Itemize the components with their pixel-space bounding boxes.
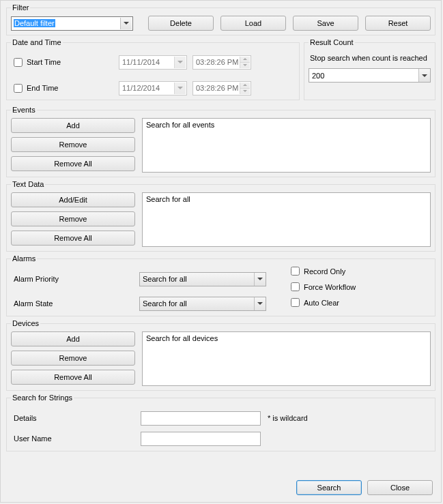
textdata-list-text: Search for all: [146, 195, 190, 203]
reset-button[interactable]: Reset: [365, 16, 431, 31]
wildcard-hint: * is wildcard: [268, 414, 308, 422]
datetime-legend: Date and Time: [11, 38, 63, 46]
end-time-label: End Time: [27, 84, 119, 92]
datetime-group: Date and Time Start Time 11/11/2014 03:2…: [6, 38, 300, 100]
events-add-button[interactable]: Add: [11, 118, 135, 133]
dialog-window: Filter Default filter Delete Load Save R…: [0, 0, 442, 503]
events-remove-all-button[interactable]: Remove All: [11, 156, 135, 171]
textdata-remove-all-button[interactable]: Remove All: [11, 231, 135, 246]
force-workflow-label: Force Workflow: [304, 283, 356, 291]
textdata-list[interactable]: Search for all: [142, 192, 431, 247]
details-label: Details: [11, 414, 141, 422]
username-label: User Name: [11, 434, 141, 443]
events-remove-button[interactable]: Remove: [11, 137, 135, 152]
start-time-label: Start Time: [27, 58, 119, 66]
alarm-state-select[interactable]: [139, 297, 266, 311]
result-count-legend: Result Count: [309, 38, 355, 46]
start-date-value: 11/11/2014: [122, 58, 160, 66]
details-input[interactable]: [141, 411, 261, 426]
filter-legend: Filter: [11, 3, 30, 12]
strings-group: Search for Strings Details * is wildcard…: [6, 394, 435, 451]
filter-group: Filter Default filter Delete Load Save R…: [6, 3, 435, 35]
delete-button[interactable]: Delete: [148, 16, 214, 31]
devices-remove-button[interactable]: Remove: [11, 351, 135, 366]
strings-legend: Search for Strings: [11, 394, 74, 402]
search-button[interactable]: Search: [296, 480, 362, 495]
events-list[interactable]: Search for all events: [142, 118, 431, 173]
devices-list-text: Search for all devices: [146, 334, 218, 342]
chevron-down-icon: [174, 57, 186, 68]
filter-select[interactable]: Default filter: [11, 16, 133, 31]
result-count-select[interactable]: [309, 68, 431, 83]
start-time-checkbox[interactable]: [14, 58, 23, 67]
textdata-remove-button[interactable]: Remove: [11, 211, 135, 226]
chevron-down-icon: [174, 83, 186, 94]
devices-group: Devices Add Remove Remove All Search for…: [6, 319, 435, 391]
start-time-value: 03:28:26 PM: [196, 58, 238, 66]
save-button[interactable]: Save: [293, 16, 358, 31]
alarm-state-label: Alarm State: [11, 299, 139, 308]
close-button[interactable]: Close: [367, 480, 433, 495]
end-time-picker: 03:28:26 PM: [192, 81, 251, 95]
username-input[interactable]: [141, 432, 261, 446]
alarm-priority-select[interactable]: [139, 272, 266, 286]
auto-clear-checkbox[interactable]: [291, 298, 300, 307]
end-time-value: 03:28:26 PM: [196, 84, 238, 92]
record-only-row: Record Only: [291, 267, 356, 276]
filter-select-value: Default filter: [14, 19, 55, 27]
alarms-group: Alarms Alarm Priority Alarm State: [6, 254, 435, 316]
devices-legend: Devices: [11, 319, 40, 327]
result-count-text: Stop search when count is reached: [310, 53, 429, 63]
end-date-picker: 11/12/2014: [119, 81, 187, 95]
start-date-picker: 11/11/2014: [119, 55, 187, 70]
devices-remove-all-button[interactable]: Remove All: [11, 370, 135, 385]
textdata-addedit-button[interactable]: Add/Edit: [11, 192, 135, 207]
record-only-label: Record Only: [304, 267, 345, 276]
textdata-group: Text Data Add/Edit Remove Remove All Sea…: [6, 180, 435, 252]
chevron-down-icon: [120, 18, 132, 29]
result-count-group: Result Count Stop search when count is r…: [304, 38, 435, 100]
devices-list[interactable]: Search for all devices: [142, 331, 431, 386]
end-time-checkbox[interactable]: [14, 84, 23, 93]
devices-add-button[interactable]: Add: [11, 331, 135, 346]
spinner-icon: [240, 83, 250, 94]
load-button[interactable]: Load: [220, 16, 286, 31]
alarms-legend: Alarms: [11, 254, 37, 263]
events-list-text: Search for all events: [146, 121, 214, 129]
force-workflow-row: Force Workflow: [291, 282, 356, 291]
spinner-icon: [240, 57, 250, 68]
end-date-value: 11/12/2014: [122, 84, 160, 92]
start-time-picker: 03:28:26 PM: [192, 55, 251, 70]
textdata-legend: Text Data: [11, 180, 45, 188]
events-group: Events Add Remove Remove All Search for …: [6, 106, 435, 177]
events-legend: Events: [11, 106, 37, 114]
force-workflow-checkbox[interactable]: [291, 282, 300, 291]
record-only-checkbox[interactable]: [291, 267, 300, 276]
auto-clear-label: Auto Clear: [304, 299, 339, 307]
auto-clear-row: Auto Clear: [291, 298, 356, 307]
alarm-priority-label: Alarm Priority: [11, 275, 139, 283]
